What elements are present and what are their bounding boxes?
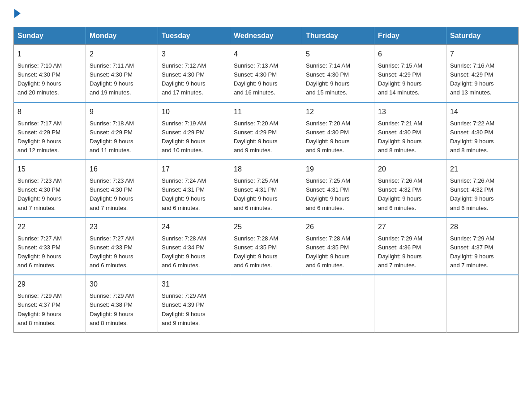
day-info: Sunrise: 7:22 AMSunset: 4:30 PMDaylight:… (450, 120, 494, 154)
day-number: 14 (450, 107, 515, 117)
calendar-cell: 4 Sunrise: 7:13 AMSunset: 4:30 PMDayligh… (230, 45, 302, 103)
calendar-cell: 27 Sunrise: 7:29 AMSunset: 4:36 PMDaylig… (374, 218, 446, 275)
day-info: Sunrise: 7:20 AMSunset: 4:29 PMDaylight:… (234, 120, 278, 154)
weekday-header-saturday: Saturday (446, 27, 519, 45)
day-number: 29 (17, 279, 82, 290)
calendar-cell: 20 Sunrise: 7:26 AMSunset: 4:32 PMDaylig… (374, 160, 446, 218)
calendar-cell: 2 Sunrise: 7:11 AMSunset: 4:30 PMDayligh… (86, 45, 158, 103)
day-number: 17 (162, 164, 226, 175)
day-number: 7 (450, 49, 515, 60)
weekday-header-wednesday: Wednesday (230, 27, 302, 45)
logo (13, 9, 21, 19)
day-number: 22 (17, 222, 82, 232)
calendar-cell: 18 Sunrise: 7:25 AMSunset: 4:31 PMDaylig… (230, 160, 302, 218)
weekday-header-friday: Friday (374, 27, 446, 45)
day-number: 23 (90, 222, 154, 232)
calendar-cell: 19 Sunrise: 7:25 AMSunset: 4:31 PMDaylig… (302, 160, 374, 218)
day-number: 27 (378, 222, 442, 232)
day-number: 2 (90, 49, 154, 60)
calendar-cell: 5 Sunrise: 7:14 AMSunset: 4:30 PMDayligh… (302, 45, 374, 103)
day-info: Sunrise: 7:26 AMSunset: 4:32 PMDaylight:… (378, 177, 422, 211)
day-number: 6 (378, 49, 442, 60)
day-number: 26 (306, 222, 370, 232)
day-info: Sunrise: 7:14 AMSunset: 4:30 PMDaylight:… (306, 62, 350, 96)
day-number: 30 (90, 279, 154, 290)
weekday-header-sunday: Sunday (14, 27, 86, 45)
day-number: 25 (234, 222, 298, 232)
calendar-cell: 11 Sunrise: 7:20 AMSunset: 4:29 PMDaylig… (230, 103, 302, 160)
calendar-week-row: 22 Sunrise: 7:27 AMSunset: 4:33 PMDaylig… (14, 218, 519, 275)
day-info: Sunrise: 7:29 AMSunset: 4:38 PMDaylight:… (90, 292, 134, 326)
calendar-cell: 22 Sunrise: 7:27 AMSunset: 4:33 PMDaylig… (14, 218, 86, 275)
calendar-table: SundayMondayTuesdayWednesdayThursdayFrid… (13, 27, 519, 333)
day-number: 31 (162, 279, 226, 290)
day-number: 3 (162, 49, 226, 60)
day-info: Sunrise: 7:18 AMSunset: 4:29 PMDaylight:… (90, 120, 134, 154)
calendar-cell: 10 Sunrise: 7:19 AMSunset: 4:29 PMDaylig… (158, 103, 230, 160)
day-info: Sunrise: 7:16 AMSunset: 4:29 PMDaylight:… (450, 62, 494, 96)
day-info: Sunrise: 7:24 AMSunset: 4:31 PMDaylight:… (162, 177, 206, 211)
calendar-cell: 31 Sunrise: 7:29 AMSunset: 4:39 PMDaylig… (158, 275, 230, 332)
calendar-cell: 21 Sunrise: 7:26 AMSunset: 4:32 PMDaylig… (446, 160, 519, 218)
day-number: 13 (378, 107, 442, 117)
day-info: Sunrise: 7:29 AMSunset: 4:37 PMDaylight:… (450, 235, 494, 269)
day-info: Sunrise: 7:12 AMSunset: 4:30 PMDaylight:… (162, 62, 206, 96)
day-number: 5 (306, 49, 370, 60)
day-number: 19 (306, 164, 370, 175)
day-number: 15 (17, 164, 82, 175)
day-info: Sunrise: 7:15 AMSunset: 4:29 PMDaylight:… (378, 62, 422, 96)
calendar-cell: 30 Sunrise: 7:29 AMSunset: 4:38 PMDaylig… (86, 275, 158, 332)
calendar-cell: 12 Sunrise: 7:20 AMSunset: 4:30 PMDaylig… (302, 103, 374, 160)
calendar-cell: 8 Sunrise: 7:17 AMSunset: 4:29 PMDayligh… (14, 103, 86, 160)
calendar-cell: 14 Sunrise: 7:22 AMSunset: 4:30 PMDaylig… (446, 103, 519, 160)
calendar-cell: 9 Sunrise: 7:18 AMSunset: 4:29 PMDayligh… (86, 103, 158, 160)
calendar-cell: 29 Sunrise: 7:29 AMSunset: 4:37 PMDaylig… (14, 275, 86, 332)
day-number: 21 (450, 164, 515, 175)
day-info: Sunrise: 7:17 AMSunset: 4:29 PMDaylight:… (17, 120, 62, 154)
weekday-header-monday: Monday (86, 27, 158, 45)
day-info: Sunrise: 7:28 AMSunset: 4:35 PMDaylight:… (306, 235, 350, 269)
day-number: 4 (234, 49, 298, 60)
day-info: Sunrise: 7:28 AMSunset: 4:35 PMDaylight:… (234, 235, 278, 269)
day-info: Sunrise: 7:27 AMSunset: 4:33 PMDaylight:… (90, 235, 134, 269)
day-info: Sunrise: 7:28 AMSunset: 4:34 PMDaylight:… (162, 235, 206, 269)
calendar-cell: 23 Sunrise: 7:27 AMSunset: 4:33 PMDaylig… (86, 218, 158, 275)
calendar-cell: 15 Sunrise: 7:23 AMSunset: 4:30 PMDaylig… (14, 160, 86, 218)
calendar-week-row: 15 Sunrise: 7:23 AMSunset: 4:30 PMDaylig… (14, 160, 519, 218)
calendar-week-row: 1 Sunrise: 7:10 AMSunset: 4:30 PMDayligh… (14, 45, 519, 103)
day-info: Sunrise: 7:23 AMSunset: 4:30 PMDaylight:… (90, 177, 134, 211)
day-info: Sunrise: 7:13 AMSunset: 4:30 PMDaylight:… (234, 62, 278, 96)
day-info: Sunrise: 7:29 AMSunset: 4:39 PMDaylight:… (162, 292, 206, 326)
day-info: Sunrise: 7:26 AMSunset: 4:32 PMDaylight:… (450, 177, 494, 211)
day-number: 28 (450, 222, 515, 232)
day-number: 9 (90, 107, 154, 117)
day-number: 18 (234, 164, 298, 175)
calendar-body: 1 Sunrise: 7:10 AMSunset: 4:30 PMDayligh… (14, 45, 519, 332)
calendar-cell (446, 275, 519, 332)
calendar-cell: 1 Sunrise: 7:10 AMSunset: 4:30 PMDayligh… (14, 45, 86, 103)
logo-triangle-icon (14, 9, 21, 18)
calendar-cell: 24 Sunrise: 7:28 AMSunset: 4:34 PMDaylig… (158, 218, 230, 275)
weekday-header-thursday: Thursday (302, 27, 374, 45)
day-info: Sunrise: 7:23 AMSunset: 4:30 PMDaylight:… (17, 177, 62, 211)
calendar-header-row: SundayMondayTuesdayWednesdayThursdayFrid… (14, 27, 519, 45)
calendar-cell: 16 Sunrise: 7:23 AMSunset: 4:30 PMDaylig… (86, 160, 158, 218)
calendar-cell (230, 275, 302, 332)
day-info: Sunrise: 7:27 AMSunset: 4:33 PMDaylight:… (17, 235, 62, 269)
calendar-cell: 28 Sunrise: 7:29 AMSunset: 4:37 PMDaylig… (446, 218, 519, 275)
day-info: Sunrise: 7:29 AMSunset: 4:36 PMDaylight:… (378, 235, 422, 269)
calendar-cell: 6 Sunrise: 7:15 AMSunset: 4:29 PMDayligh… (374, 45, 446, 103)
calendar-cell: 7 Sunrise: 7:16 AMSunset: 4:29 PMDayligh… (446, 45, 519, 103)
day-info: Sunrise: 7:11 AMSunset: 4:30 PMDaylight:… (90, 62, 134, 96)
day-info: Sunrise: 7:25 AMSunset: 4:31 PMDaylight:… (306, 177, 350, 211)
day-info: Sunrise: 7:25 AMSunset: 4:31 PMDaylight:… (234, 177, 278, 211)
calendar-cell: 17 Sunrise: 7:24 AMSunset: 4:31 PMDaylig… (158, 160, 230, 218)
day-info: Sunrise: 7:19 AMSunset: 4:29 PMDaylight:… (162, 120, 206, 154)
weekday-header-tuesday: Tuesday (158, 27, 230, 45)
calendar-cell (374, 275, 446, 332)
calendar-cell: 26 Sunrise: 7:28 AMSunset: 4:35 PMDaylig… (302, 218, 374, 275)
calendar-cell: 13 Sunrise: 7:21 AMSunset: 4:30 PMDaylig… (374, 103, 446, 160)
day-number: 24 (162, 222, 226, 232)
calendar-cell: 3 Sunrise: 7:12 AMSunset: 4:30 PMDayligh… (158, 45, 230, 103)
day-info: Sunrise: 7:21 AMSunset: 4:30 PMDaylight:… (378, 120, 422, 154)
